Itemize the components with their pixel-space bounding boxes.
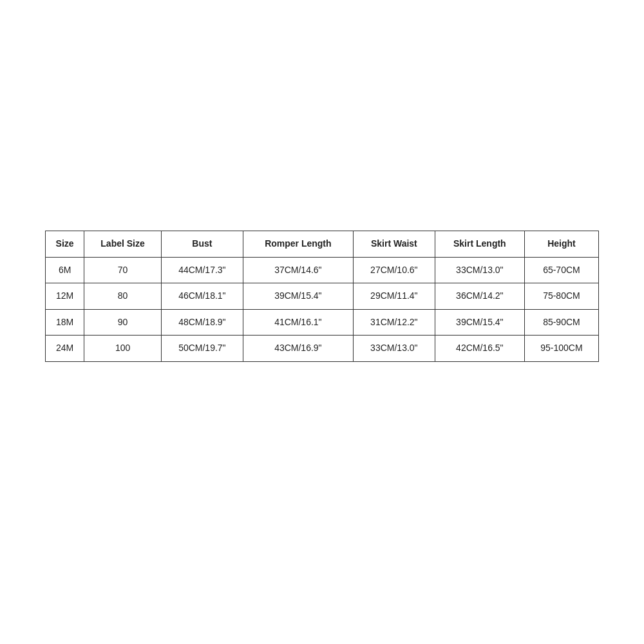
size-chart-container: Size Label Size Bust Romper Length Skirt… [45, 231, 599, 362]
cell-skirt-waist: 31CM/12.2" [353, 309, 435, 336]
cell-bust: 50CM/19.7" [161, 336, 243, 362]
cell-romper-length: 41CM/16.1" [243, 309, 353, 336]
cell-skirt-waist: 27CM/10.6" [353, 257, 435, 283]
size-chart-table: Size Label Size Bust Romper Length Skirt… [45, 231, 599, 362]
cell-romper-length: 43CM/16.9" [243, 336, 353, 362]
table-row: 6M7044CM/17.3"37CM/14.6"27CM/10.6"33CM/1… [46, 257, 599, 283]
cell-height: 85-90CM [524, 309, 598, 336]
cell-label-size: 70 [84, 257, 162, 283]
cell-size: 6M [46, 257, 84, 283]
cell-romper-length: 39CM/15.4" [243, 283, 353, 310]
cell-skirt-length: 36CM/14.2" [435, 283, 524, 310]
col-header-romper-length: Romper Length [243, 231, 353, 258]
col-header-size: Size [46, 231, 84, 258]
cell-romper-length: 37CM/14.6" [243, 257, 353, 283]
cell-size: 12M [46, 283, 84, 310]
cell-height: 75-80CM [524, 283, 598, 310]
cell-skirt-length: 39CM/15.4" [435, 309, 524, 336]
col-header-skirt-length: Skirt Length [435, 231, 524, 258]
table-row: 24M10050CM/19.7"43CM/16.9"33CM/13.0"42CM… [46, 336, 599, 362]
cell-skirt-waist: 29CM/11.4" [353, 283, 435, 310]
cell-height: 65-70CM [524, 257, 598, 283]
cell-size: 18M [46, 309, 84, 336]
cell-skirt-length: 42CM/16.5" [435, 336, 524, 362]
cell-bust: 44CM/17.3" [161, 257, 243, 283]
col-header-height: Height [524, 231, 598, 258]
cell-skirt-waist: 33CM/13.0" [353, 336, 435, 362]
col-header-bust: Bust [161, 231, 243, 258]
cell-size: 24M [46, 336, 84, 362]
cell-bust: 46CM/18.1" [161, 283, 243, 310]
table-row: 12M8046CM/18.1"39CM/15.4"29CM/11.4"36CM/… [46, 283, 599, 310]
col-header-skirt-waist: Skirt Waist [353, 231, 435, 258]
cell-height: 95-100CM [524, 336, 598, 362]
table-row: 18M9048CM/18.9"41CM/16.1"31CM/12.2"39CM/… [46, 309, 599, 336]
cell-label-size: 90 [84, 309, 162, 336]
cell-label-size: 80 [84, 283, 162, 310]
cell-bust: 48CM/18.9" [161, 309, 243, 336]
cell-label-size: 100 [84, 336, 162, 362]
cell-skirt-length: 33CM/13.0" [435, 257, 524, 283]
table-header-row: Size Label Size Bust Romper Length Skirt… [46, 231, 599, 258]
col-header-label-size: Label Size [84, 231, 162, 258]
